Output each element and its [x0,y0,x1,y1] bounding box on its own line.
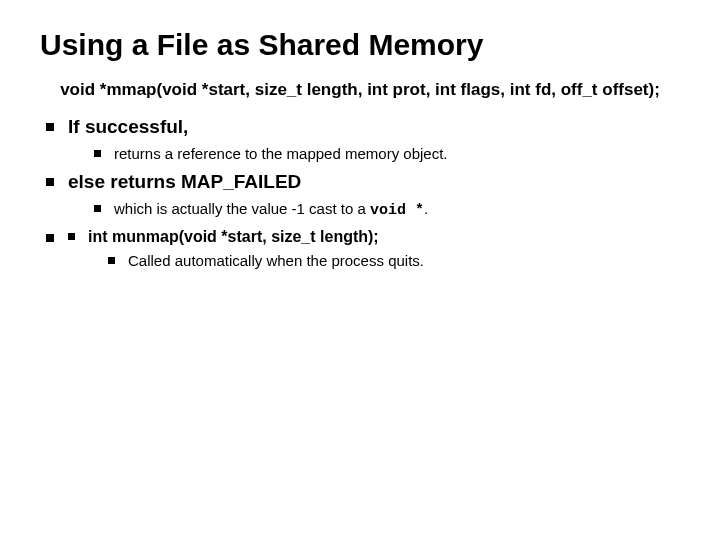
munmap-text: int munmap(void *start, size_t length); [88,228,379,245]
bullet-text: else returns MAP_FAILED [68,171,301,192]
subbullet-text: returns a reference to the mapped memory… [114,145,448,162]
bullet-if-successful: If successful, returns a reference to th… [46,114,680,163]
munmap-prototype: int munmap(void *start, size_t length); … [68,227,680,271]
code-void-star: void * [370,202,424,219]
subbullet-called-automatically: Called automatically when the process qu… [108,251,680,271]
subbullet-text-pre: which is actually the value -1 cast to a [114,200,370,217]
subbullet-value-neg1: which is actually the value -1 cast to a… [94,199,680,221]
bullet-munmap: int munmap(void *start, size_t length); … [46,227,680,271]
mmap-prototype: void *mmap(void *start, size_t length, i… [40,79,680,100]
slide: Using a File as Shared Memory void *mmap… [0,0,720,540]
subbullet-text-post: . [424,200,428,217]
subbullet-text: Called automatically when the process qu… [128,252,424,269]
slide-title: Using a File as Shared Memory [40,28,680,61]
bullet-list: If successful, returns a reference to th… [46,114,680,271]
subbullet-returns-reference: returns a reference to the mapped memory… [94,144,680,164]
bullet-text: If successful, [68,116,188,137]
bullet-else-map-failed: else returns MAP_FAILED which is actuall… [46,169,680,220]
